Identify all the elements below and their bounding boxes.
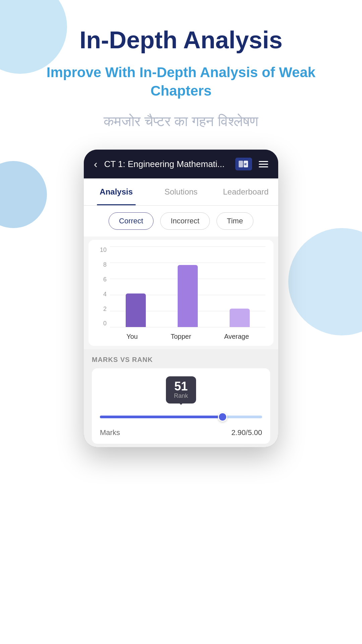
x-labels: You Topper Average <box>110 333 265 340</box>
tab-leaderboard[interactable]: Leaderboard <box>214 178 278 205</box>
x-label-you: You <box>126 333 138 340</box>
subtitle: Improve With In-Depth Analysis of Weak C… <box>0 63 362 100</box>
main-title: In-Depth Analysis <box>79 27 282 53</box>
phone-body: Analysis Solutions Leaderboard Correct I… <box>84 178 278 447</box>
header-title: CT 1: Engineering Mathemati... <box>104 159 229 169</box>
marks-rank-section: MARKS VS RANK 51 Rank <box>84 349 278 447</box>
slider-thumb[interactable] <box>218 412 227 422</box>
filter-correct[interactable]: Correct <box>109 212 154 230</box>
marks-value: 2.90/5.00 <box>231 428 262 437</box>
bar-group-topper <box>178 265 198 327</box>
bar-you <box>126 293 146 327</box>
tabs-row: Analysis Solutions Leaderboard <box>84 178 278 206</box>
marks-rank-card: 51 Rank Marks 2.90/5.00 <box>92 368 270 444</box>
rank-tooltip-wrapper: 51 Rank <box>100 376 262 404</box>
bar-topper <box>178 265 198 327</box>
x-label-average: Average <box>224 333 249 340</box>
slider-track <box>100 416 262 418</box>
phone-mockup: ‹ CT 1: Engineering Mathemati... अ Anal <box>84 150 278 447</box>
hindi-subtitle: कमजोर चैप्टर का गहन विश्लेषण <box>104 113 258 129</box>
svg-text:अ: अ <box>244 162 247 166</box>
svg-rect-0 <box>239 161 243 167</box>
tab-analysis[interactable]: Analysis <box>84 178 148 205</box>
filter-time[interactable]: Time <box>217 212 253 230</box>
phone-header: ‹ CT 1: Engineering Mathemati... अ <box>84 150 278 178</box>
menu-icon[interactable] <box>259 161 268 167</box>
x-label-topper: Topper <box>171 333 191 340</box>
slider-wrapper <box>100 409 262 428</box>
bar-average <box>230 309 250 327</box>
marks-label: Marks <box>100 428 120 437</box>
back-button[interactable]: ‹ <box>94 158 98 170</box>
rank-tooltip: 51 Rank <box>166 376 196 404</box>
marks-rank-title: MARKS VS RANK <box>92 356 270 364</box>
bar-group-you <box>126 293 146 327</box>
filter-incorrect[interactable]: Incorrect <box>160 212 210 230</box>
tab-solutions[interactable]: Solutions <box>148 178 213 205</box>
book-icon: अ <box>235 158 252 170</box>
slider-fill <box>100 416 223 418</box>
chart-container: 10 8 6 4 2 0 <box>88 240 274 346</box>
y-axis: 10 8 6 4 2 0 <box>97 247 107 327</box>
marks-row: Marks 2.90/5.00 <box>100 428 262 437</box>
rank-label: Rank <box>174 392 188 399</box>
filter-row: Correct Incorrect Time <box>84 206 278 236</box>
rank-number: 51 <box>174 380 188 392</box>
bar-group-average <box>230 309 250 327</box>
bars-area <box>110 247 265 327</box>
